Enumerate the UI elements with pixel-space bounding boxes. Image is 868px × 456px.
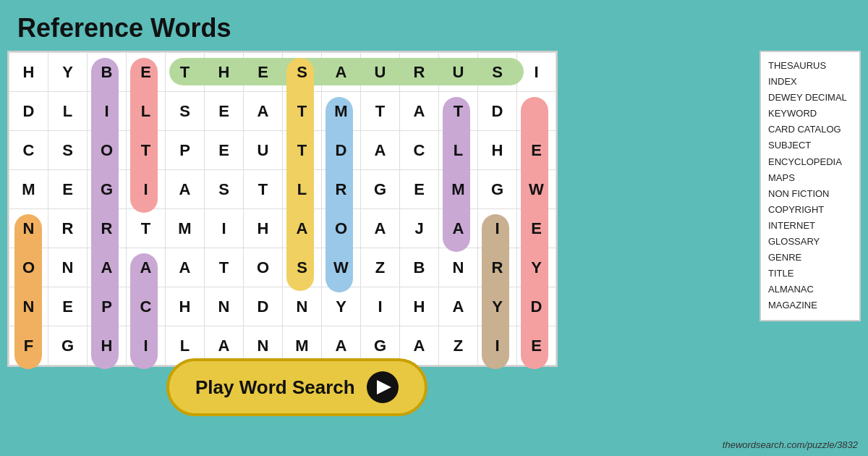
word-list-item: DEWEY DECIMAL (768, 90, 852, 106)
word-list-item: CARD CATALOG (768, 122, 852, 138)
grid-cell: H (244, 209, 283, 248)
grid-cell: H (400, 287, 439, 326)
word-list-item: SUBJECT (768, 138, 852, 153)
grid-cell: O (244, 248, 283, 287)
grid-cell: H (166, 287, 205, 326)
grid-cell: H (478, 131, 517, 170)
grid-cell: T (127, 209, 166, 248)
grid-cell: Z (439, 326, 478, 366)
grid-cell: N (48, 248, 88, 287)
grid-cell: I (361, 287, 400, 326)
grid-cell: A (244, 92, 283, 131)
word-list: THESAURUSINDEXDEWEY DECIMALKEYWORDCARD C… (760, 51, 861, 321)
grid-cell: C (9, 131, 48, 170)
grid-cell: B (400, 248, 439, 287)
grid-cell: A (166, 170, 205, 209)
grid-cell: Y (322, 287, 361, 326)
grid-cell: P (166, 131, 205, 170)
grid-cell: Y (48, 53, 88, 92)
play-icon (367, 371, 399, 403)
grid-cell: A (439, 287, 478, 326)
word-list-item: ENCYCLOPEDIA (768, 154, 852, 170)
grid-cell: U (244, 131, 283, 170)
grid-cell: E (48, 170, 88, 209)
grid-cell: L (48, 92, 88, 131)
grid-cell: I (205, 209, 244, 248)
grid-cell: T (361, 92, 400, 131)
grid-cell: Z (361, 248, 400, 287)
play-button-label: Play Word Search (195, 376, 355, 399)
word-list-item: GLOSSARY (768, 234, 852, 250)
grid-cell: N (283, 287, 322, 326)
grid-cell: N (439, 248, 478, 287)
grid-cell: E (48, 287, 88, 326)
grid-cell: T (205, 248, 244, 287)
play-button[interactable]: Play Word Search (166, 358, 427, 416)
word-list-item: MAPS (768, 170, 852, 186)
word-list-item: NON FICTION (768, 186, 852, 202)
grid-cell: S (48, 131, 88, 170)
word-search-grid: HYBETHESAURUSIDLILSEATMTATDCSOTPEUTDACLH… (7, 51, 558, 367)
word-list-item: KEYWORD (768, 106, 852, 122)
word-list-item: INDEX (768, 74, 852, 90)
grid-cell: N (205, 287, 244, 326)
word-list-item: ALMANAC (768, 282, 852, 297)
grid-cell: S (166, 92, 205, 131)
word-list-item: THESAURUS (768, 58, 852, 74)
grid-cell: M (166, 209, 205, 248)
grid-cell: T (244, 170, 283, 209)
word-list-item: COPYRIGHT (768, 202, 852, 218)
grid-cell: A (361, 131, 400, 170)
grid-cell: D (244, 287, 283, 326)
grid-cell: A (400, 92, 439, 131)
grid-cell: E (400, 170, 439, 209)
grid-cell: H (9, 53, 48, 92)
grid-cell: I (517, 53, 556, 92)
grid-cell: G (48, 326, 88, 366)
grid-cell: S (205, 170, 244, 209)
word-list-item: INTERNET (768, 218, 852, 234)
grid-cell: D (478, 92, 517, 131)
word-list-item: TITLE (768, 266, 852, 282)
grid-cell: C (400, 131, 439, 170)
grid-cell: M (9, 170, 48, 209)
grid-cell: A (361, 209, 400, 248)
grid-cell: E (205, 131, 244, 170)
page-title: Reference Words (17, 13, 231, 43)
grid-cell: J (400, 209, 439, 248)
grid-cell: E (205, 92, 244, 131)
word-list-item: GENRE (768, 250, 852, 266)
grid-cell: A (166, 248, 205, 287)
grid-cell: D (9, 92, 48, 131)
grid-cell: R (48, 209, 88, 248)
grid-cell: G (478, 170, 517, 209)
word-list-item: MAGAZINE (768, 297, 852, 313)
grid-cell: G (361, 170, 400, 209)
url-text: thewordsearch.com/puzzle/3832 (723, 439, 858, 450)
